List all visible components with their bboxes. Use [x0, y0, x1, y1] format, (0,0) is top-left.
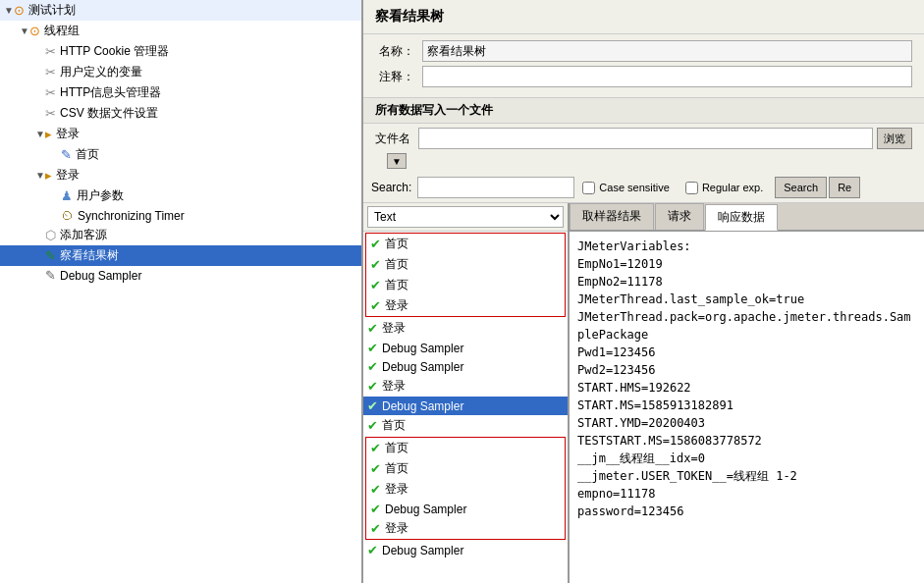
- list-item-label: 登录: [385, 481, 408, 498]
- tree-item-label: Debug Sampler: [60, 269, 141, 283]
- list-item[interactable]: ✔首页: [366, 275, 565, 295]
- tree-item-thread-group[interactable]: ⊙线程组: [0, 21, 361, 41]
- regex-label[interactable]: Regular exp.: [702, 182, 763, 193]
- tree-item-debug-sampler[interactable]: ✎Debug Sampler: [0, 266, 361, 285]
- list-item-label: 登录: [385, 297, 408, 314]
- bottom-area: TextJSONXMLHTMLRegExp Tester ✔首页✔首页✔首页✔登…: [363, 203, 924, 583]
- list-item[interactable]: ✔登录: [363, 376, 568, 397]
- tree-item-add-source[interactable]: ⬡添加客源: [0, 225, 361, 245]
- list-item[interactable]: ✔Debug Sampler: [366, 500, 565, 518]
- check-icon: ✔: [367, 418, 378, 433]
- case-sensitive-checkbox[interactable]: [582, 182, 595, 194]
- list-item[interactable]: ✔首页: [363, 415, 568, 436]
- list-panel: TextJSONXMLHTMLRegExp Tester ✔首页✔首页✔首页✔登…: [363, 203, 570, 583]
- folder-icon: ▸: [45, 127, 52, 141]
- search-label: Search:: [371, 181, 411, 194]
- search-input[interactable]: [417, 177, 574, 198]
- list-group: ✔首页✔首页✔登录✔Debug Sampler✔登录: [365, 437, 566, 540]
- list-item[interactable]: ✔首页: [366, 458, 565, 479]
- tree-item-label: 用户参数: [77, 187, 124, 204]
- tree-item-login1[interactable]: ▸登录: [0, 124, 361, 144]
- tree-item-cookie-manager[interactable]: ✂HTTP Cookie 管理器: [0, 41, 361, 62]
- regex-area: Regular exp.: [685, 182, 771, 194]
- check-icon: ✔: [370, 278, 381, 292]
- bug-icon: ✎: [45, 268, 56, 283]
- check-icon: ✔: [370, 502, 381, 516]
- reset-button[interactable]: Re: [829, 177, 860, 198]
- list-item[interactable]: ✔Debug Sampler: [363, 397, 568, 415]
- tab-response[interactable]: 响应数据: [705, 204, 778, 231]
- tree-item-label: 首页: [76, 146, 99, 163]
- name-input[interactable]: [422, 40, 912, 62]
- comment-label: 注释：: [375, 69, 414, 85]
- tree-item-label: 测试计划: [28, 2, 76, 19]
- tree-item-sync-timer[interactable]: ⏲Synchronizing Timer: [0, 206, 361, 225]
- search-button[interactable]: Search: [775, 177, 827, 198]
- tree-item-header-manager[interactable]: ✂HTTP信息头管理器: [0, 82, 361, 103]
- tree-item-test-plan[interactable]: ⊙测试计划: [0, 0, 361, 21]
- check-icon: ✔: [367, 341, 378, 355]
- list-item[interactable]: ✔首页: [366, 438, 565, 458]
- pencil-icon: ✎: [61, 147, 72, 162]
- file-row: 文件名 浏览: [375, 128, 912, 149]
- tree-triangle: [35, 129, 45, 139]
- list-item[interactable]: ✔Debug Sampler: [363, 339, 568, 357]
- tab-request[interactable]: 请求: [655, 203, 704, 230]
- view-type-select[interactable]: TextJSONXMLHTMLRegExp Tester: [367, 206, 564, 228]
- list-item-label: 登录: [382, 378, 406, 395]
- search-bar: Search: Case sensitive Regular exp. Sear…: [363, 173, 924, 203]
- tree-item-label: 添加客源: [60, 227, 107, 243]
- list-item[interactable]: ✔Debug Sampler: [363, 357, 568, 376]
- list-item-label: 首页: [385, 236, 408, 252]
- list-item[interactable]: ✔登录: [363, 318, 568, 339]
- regex-checkbox[interactable]: [685, 182, 698, 194]
- list-item-label: 首页: [385, 460, 408, 477]
- tree-item-label: 登录: [56, 167, 80, 184]
- main-container: ⊙测试计划⊙线程组✂HTTP Cookie 管理器✂用户定义的变量✂HTTP信息…: [0, 0, 924, 583]
- list-item[interactable]: ✔登录: [366, 518, 565, 539]
- tree-triangle: [20, 26, 29, 36]
- name-label: 名称：: [375, 43, 414, 60]
- check-icon: ✔: [367, 321, 378, 336]
- tree-item-csv-config[interactable]: ✂CSV 数据文件设置: [0, 103, 361, 124]
- case-sensitive-area: Case sensitive: [582, 182, 678, 194]
- tree-item-home-page[interactable]: ✎首页: [0, 144, 361, 165]
- wrench-icon: ✂: [45, 65, 56, 80]
- list-item[interactable]: ✔登录: [366, 479, 565, 500]
- panel-title: 察看结果树: [363, 0, 924, 34]
- list-item[interactable]: ✔首页: [366, 254, 565, 275]
- check-icon: ✔: [370, 461, 381, 476]
- name-row: 名称：: [375, 40, 912, 62]
- list-item-label: 登录: [385, 520, 408, 537]
- list-item[interactable]: ✔首页: [366, 234, 565, 254]
- list-item[interactable]: ✔登录: [366, 295, 565, 316]
- tree-item-label: HTTP信息头管理器: [60, 84, 161, 101]
- tree-item-label: Synchronizing Timer: [78, 209, 185, 223]
- list-item[interactable]: ✔Debug Sampler: [363, 541, 568, 559]
- left-panel: ⊙测试计划⊙线程组✂HTTP Cookie 管理器✂用户定义的变量✂HTTP信息…: [0, 0, 363, 583]
- form-section: 名称： 注释：: [363, 34, 924, 97]
- file-label: 文件名: [375, 131, 410, 147]
- tree-item-user-vars[interactable]: ✂用户定义的变量: [0, 62, 361, 82]
- tab-sampler[interactable]: 取样器结果: [570, 203, 654, 230]
- list-item-label: Debug Sampler: [382, 342, 463, 355]
- wrench-icon: ✂: [45, 44, 56, 59]
- file-input[interactable]: [418, 128, 873, 149]
- comment-input[interactable]: [422, 66, 912, 87]
- section-header: 所有数据写入一个文件: [363, 97, 924, 124]
- tree-item-user-params[interactable]: ♟用户参数: [0, 186, 361, 206]
- right-panel: 察看结果树 名称： 注释： 所有数据写入一个文件 文件名 浏览 ▼ Search…: [363, 0, 924, 583]
- response-content: JMeterVariables: EmpNo1=12019 EmpNo2=111…: [570, 232, 924, 583]
- case-sensitive-label[interactable]: Case sensitive: [599, 182, 670, 193]
- tree-item-label: 登录: [56, 126, 80, 142]
- list-item-label: 首页: [385, 440, 408, 456]
- list-scroll: ✔首页✔首页✔首页✔登录✔登录✔Debug Sampler✔Debug Samp…: [363, 232, 568, 583]
- file-browse-button[interactable]: 浏览: [877, 128, 912, 149]
- check-icon: ✔: [367, 379, 378, 394]
- wrench-icon: ✂: [45, 85, 56, 100]
- check-icon: ✔: [367, 543, 378, 557]
- tree-item-login2[interactable]: ▸登录: [0, 165, 361, 186]
- tree-item-result-tree[interactable]: ✎察看结果树: [0, 245, 361, 266]
- list-group: ✔首页✔首页✔首页✔登录: [365, 233, 566, 317]
- expand-arrow-button[interactable]: ▼: [387, 153, 407, 169]
